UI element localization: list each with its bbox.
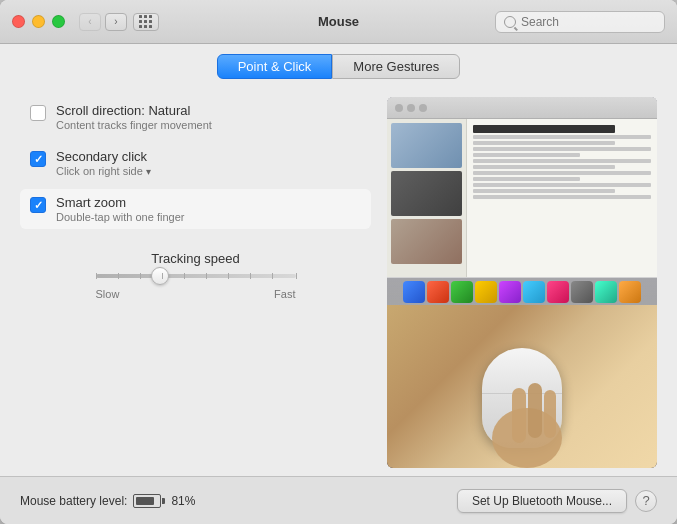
tab-point-click[interactable]: Point & Click [217,54,333,79]
tracking-section: Tracking speed [20,251,371,300]
tabs-row: Point & Click More Gestures [0,44,677,87]
titlebar: ‹ › Mouse [0,0,677,44]
slider-track [96,274,296,278]
secondary-click-subtitle: Click on right side ▾ [56,165,151,177]
main-content: Scroll direction: Natural Content tracks… [0,87,677,468]
bottom-right: Set Up Bluetooth Mouse... ? [457,489,657,513]
bottom-bar: Mouse battery level: 81% Set Up Bluetoot… [0,476,677,524]
dock-icon-2 [427,281,449,303]
battery-body [133,494,161,508]
content-line-5 [473,159,651,163]
slider-fast-label: Fast [274,288,295,300]
battery-section: Mouse battery level: 81% [20,494,195,508]
tracking-label: Tracking speed [151,251,239,266]
dock-icon-7 [547,281,569,303]
sidebar-image-2 [391,171,462,216]
smart-zoom-text: Smart zoom Double-tap with one finger [56,195,184,223]
back-button[interactable]: ‹ [79,13,101,31]
slider-container: Slow Fast [96,274,296,300]
sidebar-image-3 [391,219,462,264]
scroll-direction-subtitle: Content tracks finger movement [56,119,212,131]
browser-bar [387,97,657,119]
battery-percent: 81% [171,494,195,508]
preview-panel: DETAIL OBSESSIVES [387,97,657,468]
scroll-direction-option: Scroll direction: Natural Content tracks… [20,97,371,137]
browser-dot-3 [419,104,427,112]
search-icon [504,16,516,28]
minimize-button[interactable] [32,15,45,28]
svg-rect-3 [544,390,556,438]
content-line-4 [473,153,580,157]
sidebar-image-1 [391,123,462,168]
search-input[interactable] [521,15,656,29]
dock-icon-5 [499,281,521,303]
svg-rect-1 [512,388,526,443]
content-line-3 [473,147,651,151]
left-panel: Scroll direction: Natural Content tracks… [20,97,371,468]
content-line-10 [473,189,615,193]
traffic-lights [12,15,65,28]
website-preview: DETAIL OBSESSIVES [387,97,657,277]
battery-label: Mouse battery level: [20,494,127,508]
website-sidebar [387,119,467,277]
dock-icon-1 [403,281,425,303]
battery-fill [136,497,154,505]
scroll-direction-title: Scroll direction: Natural [56,103,212,118]
nav-buttons: ‹ › [79,13,127,31]
dock-icon-9 [595,281,617,303]
forward-button[interactable]: › [105,13,127,31]
bluetooth-button[interactable]: Set Up Bluetooth Mouse... [457,489,627,513]
content-line-6 [473,165,615,169]
tab-more-gestures[interactable]: More Gestures [332,54,460,79]
grid-icon [139,15,153,29]
content-line-11 [473,195,651,199]
browser-dot-1 [395,104,403,112]
dock-icon-6 [523,281,545,303]
scroll-direction-checkbox[interactable] [30,105,46,121]
dock-bar [387,277,657,305]
content-line-2 [473,141,615,145]
slider-labels: Slow Fast [96,288,296,300]
search-bar[interactable] [495,11,665,33]
dock-icon-4 [475,281,497,303]
svg-rect-2 [528,383,542,438]
smart-zoom-title: Smart zoom [56,195,184,210]
secondary-click-option: Secondary click Click on right side ▾ [20,143,371,183]
website-main-content [467,119,657,277]
mouse-photo [387,305,657,468]
smart-zoom-option: Smart zoom Double-tap with one finger [20,189,371,229]
slider-slow-label: Slow [96,288,120,300]
dock-icon-10 [619,281,641,303]
hand-svg [482,348,582,468]
website-content [387,119,657,277]
smart-zoom-checkbox[interactable] [30,197,46,213]
dock-icon-3 [451,281,473,303]
maximize-button[interactable] [52,15,65,28]
secondary-click-text: Secondary click Click on right side ▾ [56,149,151,177]
content-line-1 [473,135,651,139]
browser-dot-2 [407,104,415,112]
battery-icon [133,494,165,508]
secondary-click-title: Secondary click [56,149,151,164]
window-title: Mouse [318,14,359,29]
content-line-8 [473,177,580,181]
main-window: ‹ › Mouse Point & Click More Gestures [0,0,677,524]
slider-thumb[interactable] [151,267,169,285]
help-button[interactable]: ? [635,490,657,512]
content-line-9 [473,183,651,187]
scroll-direction-text: Scroll direction: Natural Content tracks… [56,103,212,131]
close-button[interactable] [12,15,25,28]
secondary-click-checkbox[interactable] [30,151,46,167]
content-line-7 [473,171,651,175]
dock-icon-8 [571,281,593,303]
grid-button[interactable] [133,13,159,31]
smart-zoom-subtitle: Double-tap with one finger [56,211,184,223]
website-title-bar [473,125,615,133]
battery-tip [162,498,165,504]
secondary-click-dropdown-arrow[interactable]: ▾ [146,166,151,177]
